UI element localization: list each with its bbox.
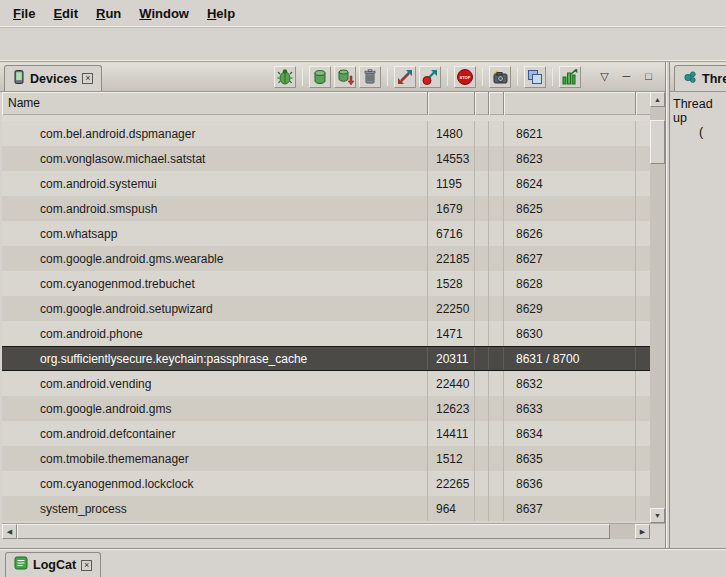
cell-spacer	[489, 271, 504, 296]
scroll-up-icon[interactable]: ▲	[650, 92, 665, 107]
cause-gc-icon[interactable]	[359, 66, 381, 88]
column-header-port[interactable]	[504, 92, 636, 115]
cell-filler	[636, 321, 650, 346]
scrollbar-track[interactable]	[17, 524, 635, 539]
cell-spacer	[475, 321, 489, 346]
process-name: com.vonglasow.michael.satstat	[2, 146, 428, 171]
table-row[interactable]: com.google.android.gms126238633	[2, 396, 650, 421]
cell-spacer	[475, 296, 489, 321]
table-row[interactable]: com.android.smspush16798625	[2, 196, 650, 221]
stop-process-icon[interactable]: STOP	[454, 66, 476, 88]
threads-tabbar: Threads	[670, 62, 726, 92]
scroll-left-icon[interactable]: ◀	[2, 524, 17, 539]
system-stats-icon[interactable]	[559, 66, 581, 88]
process-pid: 1471	[428, 321, 475, 346]
cell-filler	[636, 446, 650, 471]
column-header-name[interactable]: Name	[2, 92, 428, 115]
scrollbar-track[interactable]	[650, 107, 665, 508]
process-port: 8637	[504, 496, 636, 521]
update-threads-icon[interactable]	[394, 66, 416, 88]
cell-filler	[636, 296, 650, 321]
cell-filler	[636, 196, 650, 221]
cell-filler	[636, 471, 650, 496]
threads-panel: Threads Thread up (	[669, 62, 726, 548]
process-port: 8627	[504, 246, 636, 271]
process-pid: 1480	[428, 121, 475, 146]
cell-filler	[636, 496, 650, 521]
process-port: 8631 / 8700	[504, 347, 636, 370]
menu-window[interactable]: Window	[130, 3, 198, 24]
cell-spacer	[489, 321, 504, 346]
cell-filler	[636, 121, 650, 146]
menu-file[interactable]: File	[4, 3, 44, 24]
table-row[interactable]: com.tmobile.thememanager15128635	[2, 446, 650, 471]
device-icon	[13, 70, 25, 88]
process-name: com.android.systemui	[2, 171, 428, 196]
close-icon[interactable]: ×	[82, 73, 93, 84]
table-row[interactable]: com.bel.android.dspmanager14808621	[2, 121, 650, 146]
toolbar-separator	[482, 68, 483, 86]
close-icon[interactable]: ×	[81, 560, 92, 571]
scroll-down-icon[interactable]: ▼	[650, 508, 665, 523]
process-name: com.cyanogenmod.trebuchet	[2, 271, 428, 296]
cell-filler	[636, 347, 650, 370]
scrollbar-thumb[interactable]	[650, 120, 665, 164]
table-row[interactable]: com.vonglasow.michael.satstat145538623	[2, 146, 650, 171]
device-table: Name com.bel.android.dspmanager14808621c…	[0, 92, 665, 539]
minimize-icon[interactable]: ─	[619, 69, 634, 84]
tab-threads[interactable]: Threads	[674, 65, 726, 91]
process-name: org.sufficientlysecure.keychain:passphra…	[2, 347, 428, 370]
logcat-icon	[14, 556, 28, 574]
toolbar-separator	[302, 68, 303, 86]
vertical-scrollbar[interactable]: ▲ ▼	[650, 92, 665, 523]
cell-spacer	[489, 121, 504, 146]
scroll-right-icon[interactable]: ▶	[635, 524, 650, 539]
start-method-profiling-icon[interactable]	[419, 66, 441, 88]
debug-process-icon[interactable]	[274, 66, 296, 88]
screen-capture-icon[interactable]	[489, 66, 511, 88]
tab-logcat[interactable]: LogCat ×	[5, 552, 101, 577]
menu-run[interactable]: Run	[87, 3, 130, 24]
menu-edit[interactable]: Edit	[44, 3, 87, 24]
process-pid: 20311	[428, 347, 475, 370]
process-pid: 14553	[428, 146, 475, 171]
tab-devices[interactable]: Devices ×	[4, 65, 102, 91]
table-row[interactable]: com.android.defcontainer144118634	[2, 421, 650, 446]
cell-spacer	[475, 471, 489, 496]
dump-hprof-icon[interactable]	[334, 66, 356, 88]
table-row[interactable]: com.google.android.gms.wearable221858627	[2, 246, 650, 271]
cell-spacer	[475, 246, 489, 271]
toolbar-separator	[517, 68, 518, 86]
horizontal-scrollbar[interactable]: ◀ ▶	[2, 523, 650, 539]
cell-spacer	[475, 371, 489, 396]
process-pid: 1512	[428, 446, 475, 471]
column-header-spacer[interactable]	[475, 92, 489, 115]
table-row[interactable]: com.android.vending224408632	[2, 371, 650, 396]
table-row[interactable]: com.android.phone14718630	[2, 321, 650, 346]
cell-spacer	[489, 421, 504, 446]
process-name: com.android.defcontainer	[2, 421, 428, 446]
column-header-pid[interactable]	[428, 92, 475, 115]
main-toolbar	[0, 26, 726, 62]
update-heap-icon[interactable]	[309, 66, 331, 88]
table-row[interactable]: system_process9648637	[2, 496, 650, 521]
process-port: 8634	[504, 421, 636, 446]
table-row[interactable]: com.android.systemui11958624	[2, 171, 650, 196]
table-row[interactable]: com.cyanogenmod.trebuchet15288628	[2, 271, 650, 296]
view-menu-icon[interactable]: ▽	[597, 69, 612, 84]
maximize-icon[interactable]: □	[641, 69, 656, 84]
table-row[interactable]: org.sufficientlysecure.keychain:passphra…	[2, 346, 650, 371]
table-row[interactable]: com.cyanogenmod.lockclock222658636	[2, 471, 650, 496]
cell-spacer	[475, 171, 489, 196]
process-pid: 14411	[428, 421, 475, 446]
view-controls: ▽ ─ □	[597, 69, 656, 84]
column-header-spacer[interactable]	[489, 92, 504, 115]
table-row[interactable]: com.google.android.setupwizard222508629	[2, 296, 650, 321]
menu-help[interactable]: Help	[198, 3, 244, 24]
cell-spacer	[489, 446, 504, 471]
process-name: com.tmobile.thememanager	[2, 446, 428, 471]
scrollbar-thumb[interactable]	[17, 524, 610, 539]
table-row[interactable]: com.whatsapp67168626	[2, 221, 650, 246]
capture-ui-hierarchy-icon[interactable]	[524, 66, 546, 88]
cell-filler	[636, 221, 650, 246]
